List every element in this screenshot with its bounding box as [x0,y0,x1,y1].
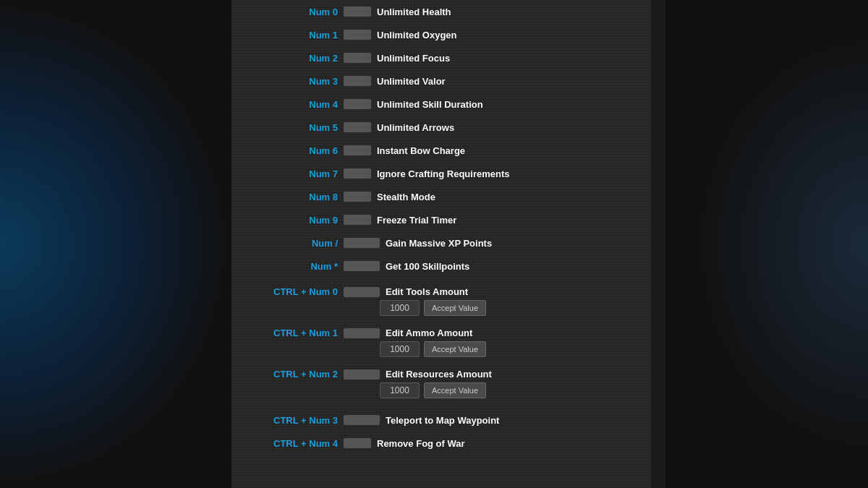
key-label: Num 5 [231,122,344,133]
accept-value-button[interactable]: Accept Value [424,382,486,398]
value-input[interactable] [380,300,420,316]
background-left [0,0,231,488]
cheat-name: Unlimited Arrows [377,122,651,133]
key-label: Num 7 [231,168,344,179]
cheat-name: Edit Resources Amount [386,369,651,380]
cheat-name: Teleport to Map Waypoint [386,415,651,426]
toggle-switch[interactable] [344,215,371,225]
toggle-switch[interactable] [344,438,371,448]
toggle-switch[interactable] [344,145,371,155]
cheat-row: CTRL + Num 1Edit Ammo AmountAccept Value [231,326,651,360]
key-label: Num 9 [231,215,344,226]
input-row: Accept Value [231,382,651,398]
toggle-switch[interactable] [344,76,371,86]
key-label: Num 1 [231,30,344,40]
background-right [665,0,868,488]
cheat-name: Freeze Trial Timer [377,215,651,226]
toggle-switch[interactable] [344,238,380,248]
cheat-name: Edit Ammo Amount [386,328,651,338]
toggle-switch[interactable] [344,168,371,179]
toggle-switch[interactable] [344,7,371,17]
toggle-switch[interactable] [344,122,371,132]
cheat-row: Num 5Unlimited Arrows [231,116,651,139]
toggle-switch[interactable] [344,369,380,380]
toggle-switch[interactable] [344,99,371,109]
key-label: Num / [231,238,344,249]
cheat-row: Num 1Unlimited Oxygen [231,23,651,46]
key-label: Num 0 [231,7,344,17]
cheat-name: Unlimited Oxygen [377,30,651,40]
key-label: Num 6 [231,145,344,156]
cheat-row: Num *Get 100 Skillpoints [231,254,651,278]
key-label: Num 8 [231,192,344,202]
toggle-switch[interactable] [344,261,380,271]
input-row: Accept Value [231,300,651,316]
toggle-switch[interactable] [344,287,380,297]
toggle-switch[interactable] [344,328,380,338]
cheat-row: CTRL + Num 4Remove Fog of War [231,432,651,455]
toggle-switch[interactable] [344,53,371,63]
key-label: Num 4 [231,99,344,110]
key-label: CTRL + Num 1 [231,328,344,338]
cheat-panel: Num 0Unlimited HealthNum 1Unlimited Oxyg… [231,0,651,488]
cheat-row: Num /Gain Massive XP Points [231,231,651,254]
key-label: Num 3 [231,76,344,87]
cheat-name: Get 100 Skillpoints [386,261,651,272]
cheat-name: Unlimited Valor [377,76,651,87]
cheat-name: Gain Massive XP Points [386,238,651,249]
cheat-row: CTRL + Num 3Teleport to Map Waypoint [231,408,651,432]
cheat-row: CTRL + Num 2Edit Resources AmountAccept … [231,367,651,401]
cheat-row: Num 2Unlimited Focus [231,46,651,69]
value-input[interactable] [380,382,420,398]
key-label: CTRL + Num 4 [231,438,344,449]
key-label: Num 2 [231,53,344,64]
cheat-row: Num 4Unlimited Skill Duration [231,93,651,116]
cheat-row: Num 7Ignore Crafting Requirements [231,162,651,185]
cheat-name: Unlimited Skill Duration [377,99,651,110]
cheat-name: Ignore Crafting Requirements [377,168,651,179]
cheat-name: Remove Fog of War [377,438,651,449]
cheat-row: CTRL + Num 0Edit Tools AmountAccept Valu… [231,285,651,319]
input-row: Accept Value [231,341,651,357]
cheat-name: Stealth Mode [377,192,651,202]
cheat-row: Num 8Stealth Mode [231,185,651,208]
key-label: CTRL + Num 0 [231,286,344,297]
accept-value-button[interactable]: Accept Value [424,300,486,316]
key-label: CTRL + Num 2 [231,369,344,380]
cheat-name: Instant Bow Charge [377,145,651,156]
cheat-row: Num 9Freeze Trial Timer [231,208,651,231]
toggle-switch[interactable] [344,192,371,202]
toggle-switch[interactable] [344,30,371,40]
value-input[interactable] [380,341,420,357]
cheat-row: Num 3Unlimited Valor [231,69,651,93]
cheat-name: Edit Tools Amount [386,286,651,297]
key-label: Num * [231,261,344,272]
toggle-switch[interactable] [344,415,380,425]
cheat-name: Unlimited Health [377,7,651,17]
key-label: CTRL + Num 3 [231,415,344,426]
accept-value-button[interactable]: Accept Value [424,341,486,357]
cheat-name: Unlimited Focus [377,53,651,64]
cheat-row: Num 0Unlimited Health [231,0,651,23]
cheat-row: Num 6Instant Bow Charge [231,139,651,162]
